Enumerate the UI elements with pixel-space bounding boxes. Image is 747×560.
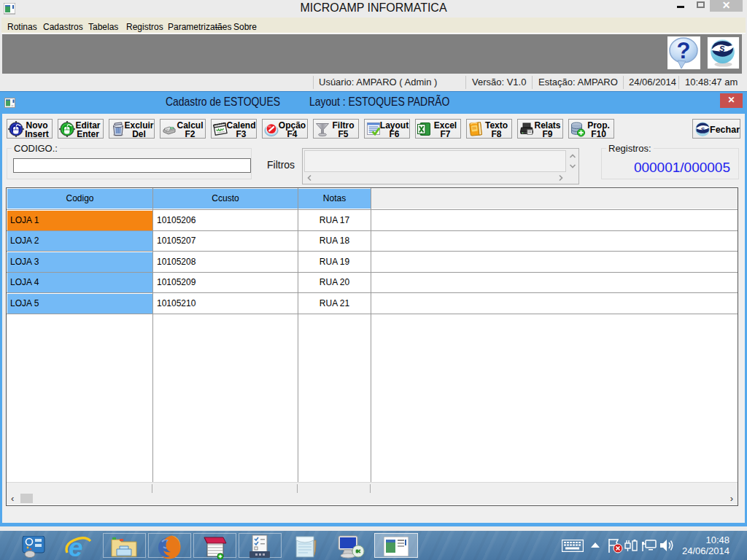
svg-text:?: ?	[677, 38, 691, 63]
svg-text:S: S	[719, 44, 725, 53]
svg-text:S: S	[701, 126, 705, 133]
